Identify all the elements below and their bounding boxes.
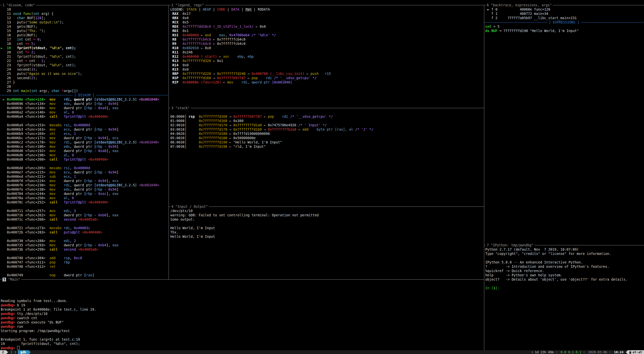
text-segment: 19 fprintf(stdout, "%d\n", cnt); [1,342,80,346]
session-badge[interactable]: 2 [0,350,6,354]
pane-title: "IPython: tmp/pwndbg" [489,243,533,247]
text-segment: pwndbg> [1,346,17,350]
text-cursor [17,346,20,350]
date: 2020-03-06 [588,350,607,354]
pane-number: 5 [3,278,6,281]
ipython-line: Type "copyright", "credits" or "license"… [485,252,611,256]
text-segment: tty /dev/pts/10 [17,312,48,316]
text-segment: object? -> Details about 'object', use '… [485,278,627,281]
ipython-line: %quickref -> Quick reference. [485,269,544,273]
uptime: 1d 23h 49m [535,350,554,354]
window-index[interactable]: 1 [8,350,14,354]
hostname-badge: at-at [628,350,644,354]
pane-number: 7 [487,243,489,247]
ipython-line: ? -> Introduction and overview of IPytho… [485,264,609,269]
pane-main[interactable]: 5 "Main"Reading symbols from test...done… [0,0,484,350]
angle-separator-icon [584,351,586,353]
lock-icon [629,351,631,354]
text-segment: IPython 5.8.0 -- An enhanced Interactive… [485,260,583,264]
pane-title: "Main" [6,278,20,281]
text-segment: pwndbg> [1,325,17,329]
ipython-line: In [1]: [485,286,499,290]
powerline-arrow-icon [29,350,31,354]
text-segment: Starting program: /tmp/pwndbg/test [1,329,70,333]
main-line: pwndbg> run [1,324,23,329]
pane-ipython[interactable]: 7 "IPython: tmp/pwndbg"Python 2.7.17 (de… [484,0,644,350]
statusbar-right: ↑ 1d 23h 49m 0.0 0.1 0.1 2020-03-06 10:2… [531,350,644,354]
ipython-line: IPython 5.8.0 -- An enhanced Interactive… [485,260,583,264]
powerline-arrow-icon [6,350,8,354]
text-segment: ]: [495,286,499,290]
up-arrow-icon: ↑ [531,350,533,354]
text-segment: ? -> Introduction and overview of IPytho… [485,265,609,269]
statusbar-left: 2 1 gdb [0,350,31,354]
text-segment: cwatch cnt [17,316,38,320]
text-segment: pwndbg> [1,316,17,320]
main-line: 19 fprintf(stdout, "%d\n", cnt); [1,342,80,346]
status-bar: 2 1 gdb ↑ 1d 23h 49m 0.0 0.1 0.1 2020-03… [0,350,644,354]
text-segment: pwndbg> [1,312,17,316]
main-line: pwndbg> b 19 [1,303,25,307]
ipython-line: help -> Python's own help system. [485,273,562,277]
ipython-line: object? -> Details about 'object', use '… [485,277,627,282]
text-segment: pwndbg> [1,320,17,324]
main-line: Reading symbols from test...done. [1,299,68,303]
main-line: Breakpoint 1, func (arg=5) at test.c:19 [1,337,80,342]
hostname: at-at [632,350,642,354]
main-line: Starting program: /tmp/pwndbg/test [1,329,70,333]
load-average: 0.0 0.1 0.1 [561,350,582,354]
text-segment: Reading symbols from test...done. [1,299,68,303]
ipython-line: Python 2.7.17 (default, Nov 7 2019, 10:0… [485,247,579,252]
text-segment: help -> Python's own help system. [485,273,562,277]
main-line: pwndbg> cwatch cnt [1,316,37,320]
text-segment: Python 2.7.17 (default, Nov 7 2019, 10:0… [485,248,579,251]
text-segment: run [17,325,23,329]
text-segment: Breakpoint 1, func (arg=5) at test.c:19 [1,338,80,341]
text-segment: Type "copyright", "credits" or "license"… [485,252,611,256]
text-segment: cwatch execute "ds BUF" [17,320,64,324]
clock: 10:24 [614,350,624,354]
text-segment: %quickref -> Quick reference. [485,269,544,273]
window-name-badge[interactable]: gdb [18,350,29,354]
main-line: pwndbg> cwatch execute "ds BUF" [1,320,64,324]
powerline-arrow-icon [626,350,628,354]
text-segment: Breakpoint 1 at 0x40068e: file test.c, l… [1,308,96,311]
main-line: pwndbg> [1,346,20,350]
main-line: Breakpoint 1 at 0x40068e: file test.c, l… [1,307,96,312]
terminal-screen: 1 "disasm, code"[ DISASM ] 10 11 void fu… [0,0,644,354]
pane-border [0,279,484,280]
main-line: pwndbg> tty /dev/pts/10 [1,312,47,316]
angle-separator-icon [556,351,558,353]
pane-border-vertical[interactable] [169,5,169,279]
text-segment: b 19 [17,303,25,307]
text-segment: pwndbg> [1,303,17,307]
pane-border-label: 5 "Main" [2,277,21,282]
chevron-icon [13,351,16,353]
angle-separator-icon [609,351,612,353]
pane-border-vertical[interactable] [484,5,484,350]
text-segment: In [ [485,286,493,290]
pane-border-label: 7 "IPython: tmp/pwndbg" [486,243,534,247]
